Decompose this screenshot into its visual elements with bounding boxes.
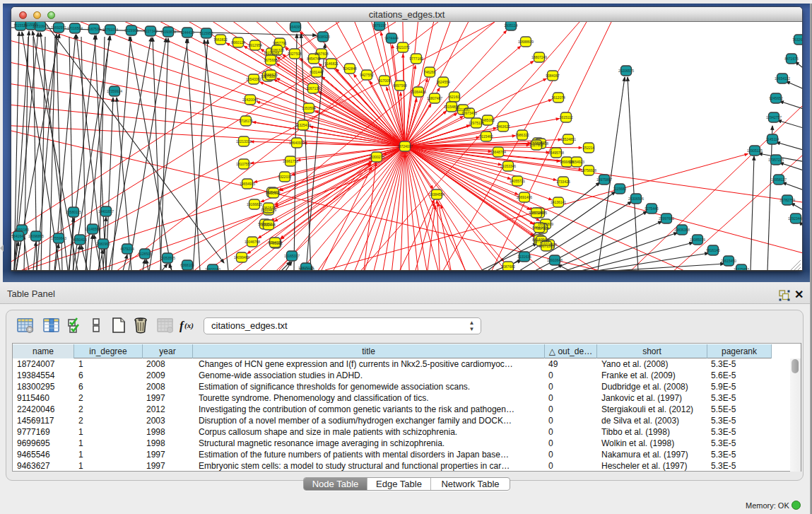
svg-text:20364436: 20364436 [411, 90, 426, 94]
svg-text:1612074: 1612074 [551, 95, 565, 100]
svg-text:2718176: 2718176 [239, 119, 253, 123]
svg-text:1362615: 1362615 [261, 206, 276, 210]
svg-text:9427552: 9427552 [360, 73, 374, 77]
svg-text:12213313: 12213313 [236, 139, 252, 144]
svg-text:21053346: 21053346 [500, 164, 516, 168]
svg-text:20580115: 20580115 [66, 210, 81, 214]
svg-text:16648784: 16648784 [490, 150, 506, 154]
svg-text:14401657: 14401657 [98, 209, 114, 214]
svg-text:6879197: 6879197 [372, 23, 387, 28]
svg-text:8359183: 8359183 [15, 228, 29, 232]
svg-text:15751074: 15751074 [102, 28, 118, 32]
svg-text:19166825: 19166825 [247, 202, 262, 206]
svg-text:8990448: 8990448 [261, 223, 276, 227]
svg-text:3912954: 3912954 [248, 43, 262, 47]
svg-text:10958127: 10958127 [771, 177, 787, 182]
svg-text:8186328: 8186328 [270, 48, 284, 52]
svg-text:1621072: 1621072 [396, 45, 410, 49]
svg-text:9857791: 9857791 [273, 41, 287, 45]
svg-text:9329966: 9329966 [124, 28, 139, 33]
svg-text:1615112: 1615112 [559, 115, 572, 119]
svg-text:9275445: 9275445 [645, 206, 659, 211]
svg-text:746266: 746266 [424, 70, 436, 74]
svg-text:6794028: 6794028 [268, 240, 282, 245]
svg-text:9816145: 9816145 [706, 248, 720, 252]
svg-text:10719185: 10719185 [534, 239, 549, 243]
svg-text:4050413: 4050413 [73, 238, 87, 242]
svg-text:22420046: 22420046 [242, 98, 258, 102]
svg-text:6368105: 6368105 [180, 263, 194, 267]
svg-text:12923448: 12923448 [788, 216, 802, 221]
svg-text:9474444: 9474444 [384, 36, 399, 40]
svg-text:9115460: 9115460 [479, 134, 493, 139]
svg-text:9242848: 9242848 [343, 66, 357, 71]
svg-text:12093872: 12093872 [160, 30, 176, 34]
svg-text:18107557: 18107557 [236, 162, 252, 166]
svg-text:19085076: 19085076 [690, 238, 705, 242]
svg-text:7632621: 7632621 [792, 37, 802, 42]
svg-text:16671365: 16671365 [539, 244, 554, 248]
svg-text:19654923: 19654923 [569, 160, 584, 164]
svg-text:5641643: 5641643 [11, 234, 25, 238]
svg-text:252214: 252214 [583, 146, 595, 150]
svg-text:25300273: 25300273 [369, 155, 384, 159]
svg-text:62160: 62160 [449, 95, 459, 99]
svg-text:6128503: 6128503 [138, 252, 152, 256]
svg-text:917005: 917005 [379, 78, 391, 83]
svg-text:19654935: 19654935 [240, 182, 255, 186]
svg-text:1733426: 1733426 [556, 180, 570, 184]
svg-text:19836388: 19836388 [674, 228, 690, 232]
svg-text:7663822: 7663822 [213, 37, 228, 42]
svg-text:1244415: 1244415 [180, 30, 194, 35]
svg-text:13146585: 13146585 [85, 227, 100, 231]
svg-text:3675685: 3675685 [264, 58, 278, 62]
svg-text:8660124: 8660124 [231, 40, 245, 45]
svg-text:25495758: 25495758 [548, 151, 564, 155]
svg-text:12975115: 12975115 [469, 121, 484, 125]
svg-text:18724007: 18724007 [397, 144, 413, 148]
svg-text:14055721: 14055721 [510, 179, 525, 183]
svg-text:2935114: 2935114 [504, 23, 517, 28]
svg-text:3267130: 3267130 [306, 86, 320, 90]
svg-text:10653267: 10653267 [529, 211, 544, 215]
svg-text:164095: 164095 [290, 25, 302, 29]
svg-text:17016504: 17016504 [67, 26, 83, 30]
svg-text:19384554: 19384554 [429, 192, 445, 197]
svg-text:18640910: 18640910 [289, 141, 305, 145]
svg-text:9245652: 9245652 [769, 96, 783, 100]
svg-text:1353594: 1353594 [302, 106, 316, 110]
svg-text:6466160: 6466160 [532, 226, 546, 230]
svg-text:1588520: 1588520 [264, 73, 278, 77]
svg-text:7955812: 7955812 [266, 191, 281, 195]
svg-text:1145114: 1145114 [766, 137, 779, 141]
svg-text:20691406: 20691406 [517, 195, 532, 199]
svg-text:2087682: 2087682 [501, 264, 515, 269]
svg-text:9227342: 9227342 [143, 29, 158, 33]
svg-text:20206575: 20206575 [618, 69, 634, 73]
svg-text:22053595: 22053595 [160, 256, 175, 260]
svg-text:19756928: 19756928 [581, 168, 596, 173]
svg-text:7986322: 7986322 [515, 133, 529, 137]
svg-text:10807487: 10807487 [427, 96, 442, 100]
svg-text:8938923: 8938923 [316, 35, 330, 39]
svg-text:2580963: 2580963 [96, 242, 110, 246]
svg-text:11325419: 11325419 [295, 123, 311, 127]
svg-text:18807249: 18807249 [531, 55, 547, 59]
svg-text:13805018: 13805018 [298, 266, 314, 270]
svg-text:(x): (x) [184, 321, 194, 330]
svg-text:9146821: 9146821 [324, 62, 339, 66]
svg-text:13910648: 13910648 [547, 258, 563, 262]
svg-text:1115682: 1115682 [613, 187, 627, 191]
svg-text:3131636: 3131636 [517, 255, 531, 259]
svg-text:9463627: 9463627 [496, 124, 510, 129]
svg-text:8031447: 8031447 [310, 70, 324, 74]
svg-text:8115955: 8115955 [199, 31, 213, 35]
svg-text:16543362: 16543362 [246, 77, 261, 81]
svg-text:26306506: 26306506 [628, 197, 644, 201]
svg-text:16961758: 16961758 [283, 159, 298, 163]
svg-text:17559643: 17559643 [51, 236, 66, 240]
svg-text:10046768: 10046768 [245, 240, 260, 244]
svg-text:1167534: 1167534 [87, 27, 100, 31]
svg-text:3624554: 3624554 [436, 80, 450, 84]
svg-text:15692971: 15692971 [51, 25, 66, 30]
